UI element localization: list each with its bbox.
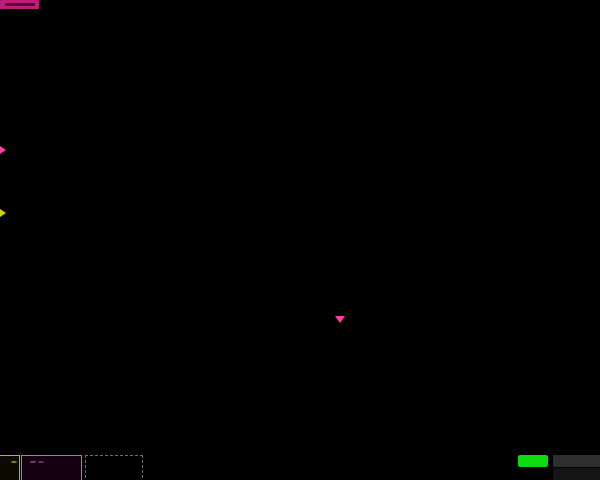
add-trace-button[interactable] [85, 455, 143, 480]
oscilloscope-screen [0, 0, 600, 480]
c1-coupling-badge [11, 461, 17, 463]
channel-c1-descriptor[interactable] [0, 455, 20, 480]
c2-coupling-badge [38, 461, 44, 463]
waveform-traces [0, 0, 600, 318]
hd-mode-badge[interactable] [518, 455, 548, 467]
timebase-label [553, 455, 600, 467]
waveform-grid[interactable] [0, 0, 600, 318]
c2-level-marker[interactable] [0, 146, 6, 154]
timebase-descriptor[interactable] [553, 455, 600, 480]
c1-level-marker[interactable] [0, 209, 6, 217]
trigger-position-marker[interactable] [335, 316, 345, 323]
c2-eres-badge [30, 461, 36, 463]
timebase-value [553, 468, 600, 480]
channel-c2-descriptor[interactable] [21, 455, 82, 480]
active-trace-badge[interactable] [0, 0, 39, 9]
bottom-bar [0, 455, 600, 480]
